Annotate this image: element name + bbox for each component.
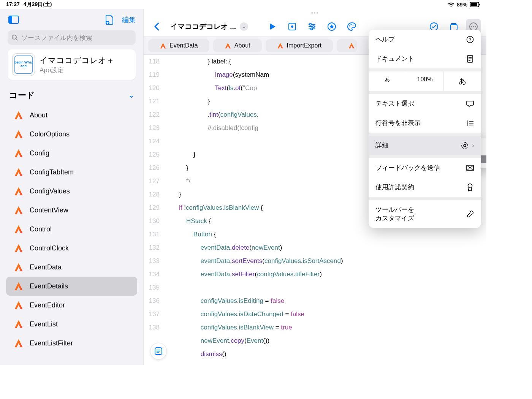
swift-icon [14, 110, 24, 120]
code-text: configValues.isDateChanged = false [166, 307, 304, 321]
tab-importexport[interactable]: ImportExport [266, 39, 333, 52]
svg-point-9 [291, 25, 293, 28]
menu-feedback[interactable]: フィードバックを送信 [369, 155, 481, 177]
file-eventlist[interactable]: EventList [6, 315, 137, 334]
zoom-out[interactable]: あ [369, 71, 406, 91]
svg-point-17 [349, 25, 350, 27]
code-text: } [166, 188, 181, 201]
file-eventlistfilter[interactable]: EventListFilter [6, 334, 137, 353]
sidebar-toggle-icon[interactable] [8, 14, 20, 26]
swift-icon [14, 186, 24, 196]
line-number: 126 [144, 161, 166, 174]
menu-hide-lines[interactable]: 行番号を非表示123 [369, 113, 481, 133]
file-configvalues[interactable]: ConfigValues [6, 182, 137, 201]
code-text: eventData.sortEvents(configValues.isSort… [166, 254, 343, 268]
line-number: 119 [144, 68, 166, 81]
code-text: newEvent.copy(Event()) [166, 334, 269, 347]
mail-icon [466, 164, 474, 172]
svg-point-41 [464, 144, 466, 147]
svg-rect-1 [470, 3, 477, 6]
back-button[interactable] [149, 19, 164, 34]
line-number: 131 [144, 228, 166, 241]
line-number: 130 [144, 214, 166, 228]
file-config[interactable]: Config [6, 144, 137, 163]
svg-point-40 [462, 142, 468, 149]
line-number: 128 [144, 188, 166, 201]
search-input[interactable]: ソースファイル内を検索 [8, 30, 136, 45]
svg-point-43 [468, 184, 472, 188]
new-file-icon[interactable] [104, 14, 116, 26]
file-configtabitem[interactable]: ConfigTabItem [6, 163, 137, 182]
file-control[interactable]: Control [6, 220, 137, 239]
svg-point-25 [475, 26, 476, 27]
line-number: 127 [144, 174, 166, 188]
zoom-in[interactable]: あ [444, 71, 481, 91]
edit-button[interactable]: 編集 [122, 15, 136, 24]
palette-icon[interactable] [344, 19, 359, 34]
code-text: eventData.setFilter(configValues.titleFi… [166, 268, 322, 281]
zoom-pct[interactable]: 100% [406, 71, 444, 91]
code-text: } [166, 148, 196, 161]
list-number-icon: 123 [466, 119, 474, 127]
menu-text-select[interactable]: テキスト選択 [369, 91, 481, 113]
app-card[interactable]: begin What end イマココデコレオ＋ App設定 [8, 49, 136, 80]
file-contentview[interactable]: ContentView [6, 201, 137, 220]
floating-doc-button[interactable] [150, 343, 167, 359]
line-number: 129 [144, 201, 166, 214]
run-button[interactable] [265, 19, 280, 34]
code-text: configValues.isBlankView = true [166, 321, 292, 334]
menu-document[interactable]: ドキュメント [369, 49, 481, 68]
swift-icon [14, 281, 24, 291]
file-coloroptions[interactable]: ColorOptions [6, 125, 137, 144]
menu-detail[interactable]: 詳細› [369, 133, 481, 155]
line-number: 121 [144, 95, 166, 108]
section-header-code[interactable]: コード ⌄ [0, 85, 143, 106]
menu-license[interactable]: 使用許諾契約 [369, 177, 481, 197]
tab-eventdata[interactable]: EventData [148, 39, 209, 52]
swift-icon [14, 262, 24, 272]
swift-icon [348, 42, 355, 49]
ribbon-icon [466, 183, 474, 192]
tab-hidden[interactable] [337, 39, 357, 52]
swift-icon [14, 129, 24, 139]
menu-customize[interactable]: ツールバーをカスタマイズ [369, 197, 481, 228]
menu-help[interactable]: ヘルプ? [369, 30, 481, 49]
sidebar: 編集 ソースファイル内を検索 begin What end イマココデコレオ＋ … [0, 9, 144, 365]
file-eventdata[interactable]: EventData [6, 258, 137, 277]
swift-icon [14, 338, 24, 348]
file-eventeditor[interactable]: EventEditor [6, 296, 137, 315]
code-text: eventData.delete(newEvent) [166, 241, 282, 254]
help-icon: ? [466, 35, 474, 44]
stop-button[interactable] [285, 19, 300, 34]
svg-text:3: 3 [467, 124, 468, 126]
tab-about[interactable]: About [213, 39, 262, 52]
svg-rect-2 [479, 4, 480, 6]
chevron-down-icon: ⌄ [128, 91, 134, 100]
drag-handle-icon[interactable]: ••• [144, 9, 486, 17]
swift-icon [14, 167, 24, 177]
options-menu: ヘルプ? ドキュメント あ 100% あ テキスト選択 行番号を非表示123 詳… [369, 30, 481, 228]
chevron-right-icon: › [472, 142, 474, 149]
app-name: イマココデコレオ＋ [40, 55, 114, 66]
svg-rect-21 [450, 25, 457, 30]
svg-point-24 [473, 26, 474, 27]
code-text [166, 135, 195, 148]
settings-sliders-icon[interactable] [304, 19, 320, 34]
code-text: Image(systemNam [166, 68, 269, 81]
line-number: 138 [144, 321, 166, 334]
line-number: 125 [144, 148, 166, 161]
line-number: 120 [144, 81, 166, 95]
file-about[interactable]: About [6, 106, 137, 125]
file-eventdetails[interactable]: EventDetails [6, 277, 137, 296]
svg-point-6 [12, 35, 16, 39]
line-number: 124 [144, 135, 166, 148]
line-number: 122 [144, 108, 166, 121]
code-text: } label: { [166, 55, 231, 68]
search-icon [11, 34, 18, 41]
line-number: 134 [144, 268, 166, 281]
battery-pct: 89% [457, 2, 467, 8]
file-controlclock[interactable]: ControlClock [6, 239, 137, 258]
favorites-icon[interactable] [324, 19, 339, 34]
title-dropdown-icon[interactable]: ⌄ [240, 22, 248, 31]
svg-rect-4 [9, 16, 12, 24]
